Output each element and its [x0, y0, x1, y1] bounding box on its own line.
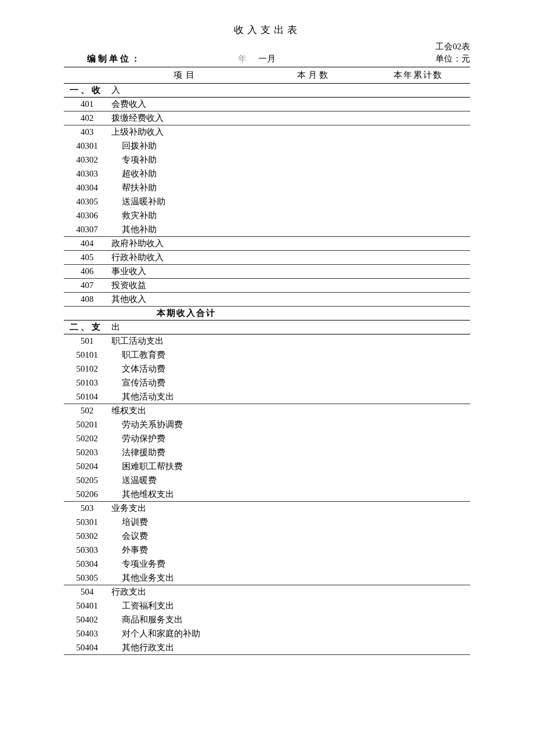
row-code: 50302: [64, 530, 110, 543]
cell-year: [366, 543, 470, 557]
row-code: 40303: [64, 167, 110, 181]
cell-month: [261, 153, 366, 167]
cell-month: [261, 362, 366, 376]
cell-year: [366, 111, 470, 125]
cell-month: [261, 627, 366, 641]
row-name: 外事费: [110, 543, 261, 557]
row-name: 商品和服务支出: [110, 613, 261, 627]
cell-year: [366, 125, 470, 139]
cell-month: [261, 293, 366, 307]
cell-year: [366, 432, 470, 446]
row-code: 50203: [64, 446, 110, 460]
col-header-code: [64, 67, 110, 84]
row-name: 行政支出: [110, 585, 261, 599]
row-name: 其他行政支出: [110, 641, 261, 655]
row-code: 50401: [64, 599, 110, 613]
cell-year: [366, 502, 470, 516]
cell-month: [261, 376, 366, 390]
income-expense-table: 项目 本月数 本年累计数 一、收入401会费收入402拨缴经费收入403上级补助…: [64, 67, 470, 655]
cell-month: [261, 460, 366, 474]
cell-year: [366, 167, 470, 181]
row-code: 50403: [64, 627, 110, 641]
row-code: 50104: [64, 390, 110, 404]
row-code: 405: [64, 251, 110, 265]
cell-year: [366, 265, 470, 279]
row-code: 50102: [64, 362, 110, 376]
cell-month: [261, 418, 366, 432]
row-name: 会议费: [110, 530, 261, 543]
cell-year: [366, 557, 470, 571]
cell-year: [366, 153, 470, 167]
cell-year: [366, 293, 470, 307]
row-name: 困难职工帮扶费: [110, 460, 261, 474]
row-name: 政府补助收入: [110, 237, 261, 251]
row-name: 维权支出: [110, 404, 261, 418]
cell-month: [261, 321, 366, 334]
cell-month: [261, 265, 366, 279]
cell-year: [366, 237, 470, 251]
row-name: 拨缴经费收入: [110, 111, 261, 125]
cell-year: [366, 139, 470, 153]
period-year: 年: [238, 53, 247, 64]
cell-month: [261, 502, 366, 516]
cell-month: [261, 209, 366, 223]
cell-year: [366, 641, 470, 655]
cell-year: [366, 418, 470, 432]
col-header-item: 项目: [110, 67, 261, 84]
cell-month: [261, 599, 366, 613]
row-code: 403: [64, 125, 110, 139]
cell-year: [366, 613, 470, 627]
row-code: 408: [64, 293, 110, 307]
col-header-year: 本年累计数: [366, 67, 470, 84]
row-code: 50101: [64, 348, 110, 362]
cell-month: [261, 307, 366, 321]
row-code: 501: [64, 334, 110, 348]
cell-year: [366, 627, 470, 641]
row-code: 504: [64, 585, 110, 599]
cell-year: [366, 348, 470, 362]
row-name: 事业收入: [110, 265, 261, 279]
row-name: 会费收入: [110, 98, 261, 111]
cell-month: [261, 279, 366, 293]
org-label: 编制单位：: [87, 54, 142, 63]
row-name: 其他维权支出: [110, 488, 261, 502]
cell-month: [261, 139, 366, 153]
row-code: 50206: [64, 488, 110, 502]
cell-month: [261, 223, 366, 237]
cell-month: [261, 125, 366, 139]
row-name: 回拨补助: [110, 139, 261, 153]
row-code: 40307: [64, 223, 110, 237]
row-name: 宣传活动费: [110, 376, 261, 390]
cell-month: [261, 557, 366, 571]
section-heading-code: 一、收: [64, 84, 110, 98]
row-name: 专项业务费: [110, 557, 261, 571]
row-code: 50202: [64, 432, 110, 446]
row-name: 专项补助: [110, 153, 261, 167]
cell-year: [366, 530, 470, 543]
page-title: 收入支出表: [64, 23, 470, 37]
form-code: 工会02表: [435, 41, 470, 52]
row-name: 对个人和家庭的补助: [110, 627, 261, 641]
cell-month: [261, 195, 366, 209]
cell-year: [366, 474, 470, 488]
row-name: 送温暖补助: [110, 195, 261, 209]
unit-label: 单位：元: [435, 53, 470, 64]
row-code: 402: [64, 111, 110, 125]
cell-year: [366, 195, 470, 209]
row-name: 其他活动支出: [110, 390, 261, 404]
row-code: 50103: [64, 376, 110, 390]
cell-year: [366, 488, 470, 502]
row-name: 帮扶补助: [110, 181, 261, 195]
cell-month: [261, 251, 366, 265]
row-code: 50205: [64, 474, 110, 488]
cell-month: [261, 98, 366, 111]
row-name: 劳动关系协调费: [110, 418, 261, 432]
row-code: 50204: [64, 460, 110, 474]
row-name: 上级补助收入: [110, 125, 261, 139]
cell-year: [366, 223, 470, 237]
row-name: 法律援助费: [110, 446, 261, 460]
cell-year: [366, 362, 470, 376]
row-name: 救灾补助: [110, 209, 261, 223]
row-code: 40306: [64, 209, 110, 223]
cell-year: [366, 599, 470, 613]
